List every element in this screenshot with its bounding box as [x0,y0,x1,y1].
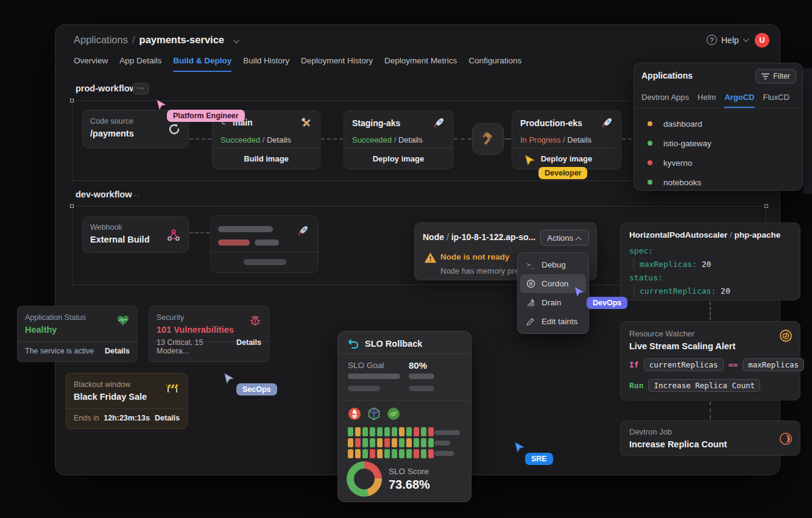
heatmap-cell [355,427,361,436]
blackout-countdown: 12h:23m:13s [104,414,150,422]
list-item-istio-gateway[interactable]: istio-gateway [634,134,802,152]
list-item-kyverno[interactable]: kyverno [634,154,802,172]
skeleton-bar [348,386,380,391]
dev-workflow-menu-button[interactable]: ··· [130,190,140,199]
production-details-link[interactable]: Details [567,135,591,144]
actions-button[interactable]: Actions [540,230,589,246]
build-image-button[interactable]: Build image [213,148,320,169]
tab-build-history[interactable]: Build History [243,56,289,72]
slo-panel-title: SLO Rollback [365,339,422,349]
leaf-icon [387,407,400,420]
filter-icon [761,73,769,80]
blackout-details-link[interactable]: Details [155,414,180,422]
skeleton-bar [244,259,286,265]
app-tab-bar: Overview App Details Build & Deploy Buil… [74,56,521,72]
heatmap-cell [414,438,419,447]
developer-cursor-label: Developer [538,167,587,179]
list-item-notebooks[interactable]: notebooks [634,173,802,191]
staging-details-link[interactable]: Details [398,135,423,144]
heatmap-cell [355,438,361,447]
if-keyword: If [629,360,639,369]
watcher-card-title: Resource Watcher [629,329,791,338]
filter-button[interactable]: Filter [755,69,796,83]
run-keyword: Run [629,381,643,390]
skeleton-bar-red [218,239,250,246]
connector [321,138,343,140]
frame-handle[interactable] [70,204,74,208]
secops-cursor-icon [223,372,235,385]
application-status-card[interactable]: Application Status Healthy The service i… [17,306,138,362]
slo-goal-value: 80% [409,360,427,371]
warning-icon [425,253,436,263]
tab-deployment-history[interactable]: Deployment History [301,56,373,72]
heatmap-cell [370,427,375,436]
tab-helm[interactable]: Helm [697,93,716,108]
status-card-footer: The service is active [25,347,94,355]
tab-app-details[interactable]: App Details [119,56,161,72]
skeleton-bar [348,374,400,379]
staging-deploy-image-button[interactable]: Deploy image [344,148,453,169]
node-name: ip-10-8-1-122.ap-so... [451,232,536,242]
node-warning-desc: Node has memory pre... [440,266,525,275]
chevron-up-icon [576,236,582,243]
drain-icon [526,298,535,307]
heatmap-cell [399,427,404,436]
applications-panel: Applications Filter Devtron Apps Helm Ar… [634,63,803,191]
staging-card[interactable]: Staging-aks Succeeded / Details Deploy i… [344,110,453,169]
job-card-title: Devtron Job [629,427,791,436]
frame-handle[interactable] [70,99,74,102]
tab-fluxcd[interactable]: FluxCD [763,93,789,108]
tab-argocd[interactable]: ArgoCD [724,93,754,108]
secops-cursor-label: SecOps [236,383,277,396]
app-name[interactable]: payments-service [139,34,224,45]
rocket-icon [600,116,613,130]
applications-tab-bar: Devtron Apps Helm ArgoCD FluxCD [641,93,789,108]
security-card[interactable]: Security 101 Vulnerabilities 13 Critical… [149,306,269,362]
tab-deployment-metrics[interactable]: Deployment Metrics [384,56,457,72]
skeleton-bar [255,239,279,246]
security-details-link[interactable]: Details [236,338,261,355]
tab-overview[interactable]: Overview [74,56,108,72]
barrier-icon [165,381,180,394]
webhook-card[interactable]: Webhook External Build [82,216,189,253]
bug-icon [249,314,261,327]
yaml-max-replicas-value: 20 [702,260,711,269]
help-label: Help [721,35,739,45]
yaml-max-replicas-key: maxReplicas: [640,260,697,269]
skeleton-card [210,215,319,273]
frame-handle[interactable] [764,204,768,208]
slo-heatmap [348,427,434,458]
blackout-window-card[interactable]: Blackout window Black Friday Sale Ends i… [66,373,188,429]
tab-build-deploy[interactable]: Build & Deploy [173,56,231,72]
status-details-link[interactable]: Details [105,347,130,355]
staging-name: Staging-aks [352,118,400,128]
menu-item-debug[interactable]: >_ Debug [520,255,586,274]
rocket-icon [296,224,309,238]
approval-gavel-chip[interactable] [472,123,504,155]
ci-details-link[interactable]: Details [267,135,291,144]
tab-configurations[interactable]: Configurations [468,56,521,72]
connector [710,302,711,320]
heatmap-cell [421,449,426,458]
tab-devtron-apps[interactable]: Devtron Apps [641,93,689,108]
divider [211,252,318,252]
breadcrumb-root[interactable]: Applications [74,34,128,45]
node-kind: Node [423,232,444,242]
production-name: Production-eks [520,118,582,128]
dev-workflow-title: dev-workflow [76,190,132,199]
security-card-title: Security [157,313,261,322]
avatar[interactable]: U [755,33,769,48]
platform-engineer-cursor-label: Platform Engineer [167,110,245,122]
yaml-status-key: status: [629,273,663,282]
heatmap-cell [392,449,397,458]
devtron-job-card[interactable]: Devtron Job Increase Replica Count [620,420,800,456]
heatmap-cell [362,449,368,458]
prod-workflow-menu-button[interactable]: ··· [133,83,149,94]
hpa-name: php-apache [735,230,781,239]
hpa-panel: HorizontalPodAutoscaler / php-apache spe… [620,222,800,300]
help-menu[interactable]: ? Help [707,35,747,45]
heatmap-cell [421,438,426,447]
list-item-dashboard[interactable]: dashboard [634,115,802,133]
menu-item-edit-taints[interactable]: Edit taints [520,312,586,331]
resource-watcher-card[interactable]: Resource Watcher Live Stream Scaling Ale… [620,321,800,400]
